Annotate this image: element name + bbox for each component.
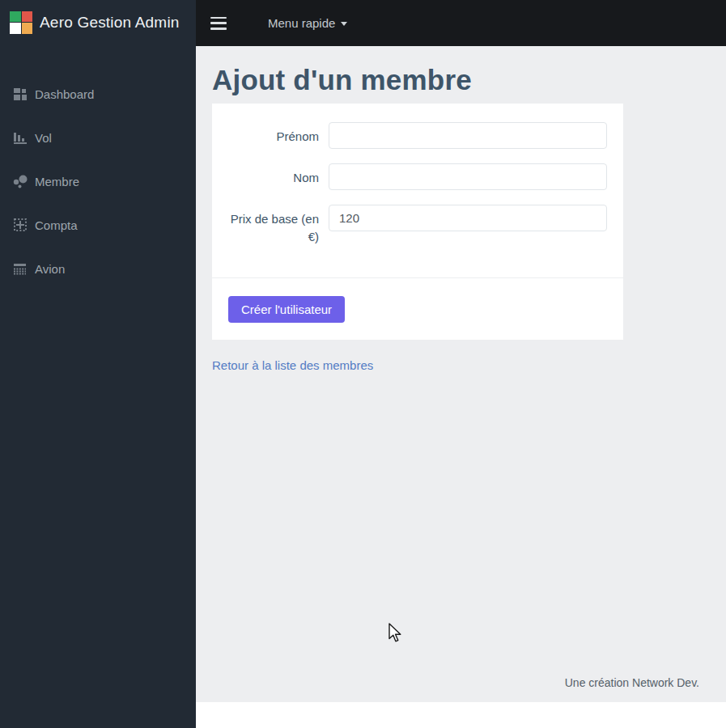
hamburger-bar [210,28,227,30]
dashboard-icon [13,87,28,101]
sidebar-item-label: Dashboard [35,87,94,101]
chevron-down-icon [341,22,347,26]
brand[interactable]: Aero Gestion Admin [0,0,196,44]
sidebar-item-membre[interactable]: Membre [0,159,196,203]
footer-credit: Une création Network Dev. [565,676,699,689]
sidebar-item-label: Vol [35,131,52,145]
sidebar-item-label: Compta [35,218,78,232]
quick-menu-dropdown[interactable]: Menu rapide [268,16,347,30]
prenom-input[interactable] [329,122,607,149]
sidebar-item-label: Avion [35,262,65,276]
sidebar: Aero Gestion Admin Dashboard [0,0,196,728]
table-list-icon [13,261,28,276]
page-title: Ajout d'un membre [212,62,710,98]
form-row-prenom: Prénom [228,122,607,149]
prenom-label: Prénom [228,122,329,149]
create-user-button[interactable]: Créer l'utilisateur [228,296,345,323]
form-row-nom: Nom [228,163,607,190]
sidebar-item-label: Membre [35,175,79,188]
logo-square-red [22,11,33,23]
nom-input[interactable] [329,163,607,190]
brand-title: Aero Gestion Admin [40,14,180,32]
prix-input[interactable] [329,205,607,231]
logo-square-green [10,11,21,23]
sidebar-item-avion[interactable]: Avion [0,247,196,290]
form-row-prix: Prix de base (en €) [228,205,607,247]
prix-label: Prix de base (en €) [228,205,329,247]
member-form-card: Prénom Nom Prix de base (en €) Créer l'u… [212,104,623,340]
form-body: Prénom Nom Prix de base (en €) [212,104,623,277]
topbar: Menu rapide [196,0,726,46]
logo-square-amber [22,23,33,34]
main-content: Ajout d'un membre Prénom Nom Prix de bas… [196,46,726,702]
hamburger-menu-button[interactable] [210,17,227,30]
sidebar-item-vol[interactable]: Vol [0,116,196,159]
logo-square-white [10,23,21,34]
people-icon [13,174,28,188]
nom-label: Nom [228,163,329,190]
quick-menu-label: Menu rapide [268,16,335,30]
hamburger-bar [210,22,227,24]
sidebar-item-dashboard[interactable]: Dashboard [0,72,196,116]
hamburger-bar [210,17,227,19]
sidebar-item-compta[interactable]: Compta [0,203,196,247]
spreadsheet-icon [13,218,28,232]
brand-logo-icon [10,11,32,34]
app-root: Aero Gestion Admin Dashboard [0,0,726,728]
form-footer: Créer l'utilisateur [212,277,623,340]
sidebar-nav: Dashboard Vol Membre [0,72,196,290]
back-to-members-link[interactable]: Retour à la liste des membres [212,358,373,372]
bar-chart-icon [13,130,28,145]
